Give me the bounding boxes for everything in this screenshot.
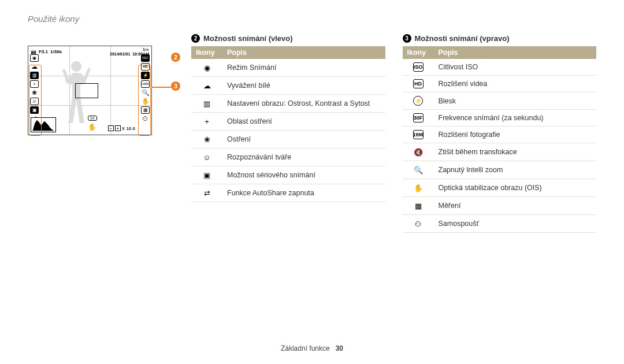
aperture-readout: F3.1 [39,49,48,54]
icon-cell: ⚡ [403,92,434,110]
desc-cell: Rozlišení fotografie [434,127,597,143]
desc-cell: Optická stabilizace obrazu (OIS) [434,179,597,197]
left-table-heading-text: Možnosti snímání (vlevo) [203,34,293,43]
iso-icon: ISO [413,62,424,72]
face-detect-icon: ☺ [201,152,213,162]
table-row: ⇄ Funkce AutoShare zapnuta [191,184,385,202]
callout-line-3 [151,87,171,88]
table-row: ✋ Optická stabilizace obrazu (OIS) [403,179,597,197]
icon-cell: 🔍 [403,161,434,179]
desc-cell: Samospoušť [434,215,597,233]
white-balance-icon: ☁ [201,80,213,91]
desc-cell: Nastavení obrazu: Ostrost, Kontrast a Sy… [222,95,385,113]
icon-cell: ⇄ [191,184,222,202]
desc-cell: Frekvence snímání (za sekundu) [434,110,597,127]
table-row: + Oblast ostření [191,113,385,131]
burst-icon: ▣ [201,170,213,180]
ois-icon: ✋ [413,183,424,193]
footer-page: 30 [336,344,343,352]
icon-cell: 🔇 [403,143,434,161]
desc-cell: Oblast ostření [222,113,385,131]
desc-cell: Ztišit během transfokace [434,143,597,161]
flash-icon: ⚡ [413,96,423,106]
self-timer-icon: ⏲ [413,218,424,229]
content-area: 2 3 📷 F3.1 1/30s 1▭ 2014/01/01 [28,34,596,233]
icon-cell: 30F [403,110,434,127]
photo-res-icon: 16M [413,130,424,139]
table-row: ❀ Ostření [191,131,385,148]
col-popis: Popis [222,46,385,59]
table-row: 30F Frekvence snímání (za sekundu) [403,110,597,127]
zoom-readout: −+ X 10.0 [108,125,135,131]
camera-lcd: 📷 F3.1 1/30s 1▭ 2014/01/01 10:00AM ◉ ☁ ▥… [28,46,152,135]
iso-mini-icon: ISO [141,54,150,62]
tables-area: 2 Možnosti snímání (vlevo) Ikony Popis ◉… [191,34,596,233]
desc-cell: Vyvážení bílé [222,77,385,95]
heading-badge-3: 3 [403,34,411,43]
icon-cell: ▥ [191,95,222,113]
fps-icon: 30F [413,113,424,122]
table-row: HD Rozlišení videa [403,76,597,92]
icon-cell: ❀ [191,131,222,148]
table-row: 16M Rozlišení fotografie [403,127,597,143]
metering-icon: ▦ [413,200,424,211]
desc-cell: Blesk [434,92,597,110]
right-table: Ikony Popis ISO Citlivost ISO HD Rozliše… [403,46,597,233]
burst-counter: 34 [88,116,97,121]
desc-cell: Ostření [222,131,385,148]
table-row: ISO Citlivost ISO [403,59,597,76]
table-row: ▣ Možnost sériového snímání [191,166,385,184]
camera-mode-icon: ◉ [201,62,213,73]
desc-cell: Rozpoznávání tváře [222,148,385,166]
icon-cell: ☺ [191,148,222,166]
table-row: 🔇 Ztišit během transfokace [403,143,597,161]
desc-cell: Citlivost ISO [434,59,597,76]
left-table-col: 2 Možnosti snímání (vlevo) Ikony Popis ◉… [191,34,385,233]
callout-badge-3: 3 [171,81,180,91]
icon-cell: + [191,113,222,131]
desc-cell: Možnost sériového snímání [222,166,385,184]
heading-badge-2: 2 [191,34,200,43]
col-popis: Popis [434,46,597,59]
page-title: Použité ikony [28,14,596,24]
intelli-zoom-icon: 🔍 [413,165,424,175]
icon-cell: ☁ [191,77,222,95]
desc-cell: Režim Snímání [222,59,385,77]
table-row: ▦ Měření [403,197,597,215]
zoom-mute-icon: 🔇 [413,147,424,157]
callout-frame-left [29,65,42,136]
callout-badge-2: 2 [171,53,180,62]
right-table-heading-text: Možnosti snímání (vpravo) [415,34,510,43]
lcd-status-bar: 📷 F3.1 1/30s 1▭ 2014/01/01 10:00AM [31,47,149,56]
col-ikony: Ikony [191,46,222,59]
icon-cell: ✋ [403,179,434,197]
table-row: ▥ Nastavení obrazu: Ostrost, Kontrast a … [191,95,385,113]
video-res-icon: HD [413,79,424,88]
left-table-heading: 2 Možnosti snímání (vlevo) [191,34,385,43]
left-table: Ikony Popis ◉ Režim Snímání ☁ Vyvážení b… [191,46,385,202]
right-table-col: 3 Možnosti snímání (vpravo) Ikony Popis … [403,34,597,233]
cam-icon: 📷 [31,49,36,54]
icon-cell: ISO [403,59,434,76]
icon-cell: ◉ [191,59,222,77]
page-footer: Základní funkce 30 [0,344,624,352]
table-row: ☁ Vyvážení bílé [191,77,385,95]
callout-frame-right [138,65,151,136]
ois-indicator: ✋ [88,123,97,132]
icon-cell: ⏲ [403,215,434,233]
desc-cell: Zapnutý Intelli zoom [434,161,597,179]
icon-cell: 16M [403,127,434,143]
lcd-column: 2 3 📷 F3.1 1/30s 1▭ 2014/01/01 [28,34,175,233]
mode-mini-icon: ◉ [30,54,39,62]
image-adjust-icon: ▥ [201,98,213,109]
table-row: ⏲ Samospoušť [403,215,597,233]
table-row: ◉ Režim Snímání [191,59,385,77]
table-row: ⚡ Blesk [403,92,597,110]
shutter-readout: 1/30s [50,49,62,54]
autoshare-icon: ⇄ [201,188,213,198]
focus-rectangle [75,83,98,98]
table-row: 🔍 Zapnutý Intelli zoom [403,161,597,179]
frame-count: 1 [143,47,145,51]
date-readout: 2014/01/01 [110,52,130,56]
table-row: ☺ Rozpoznávání tváře [191,148,385,166]
